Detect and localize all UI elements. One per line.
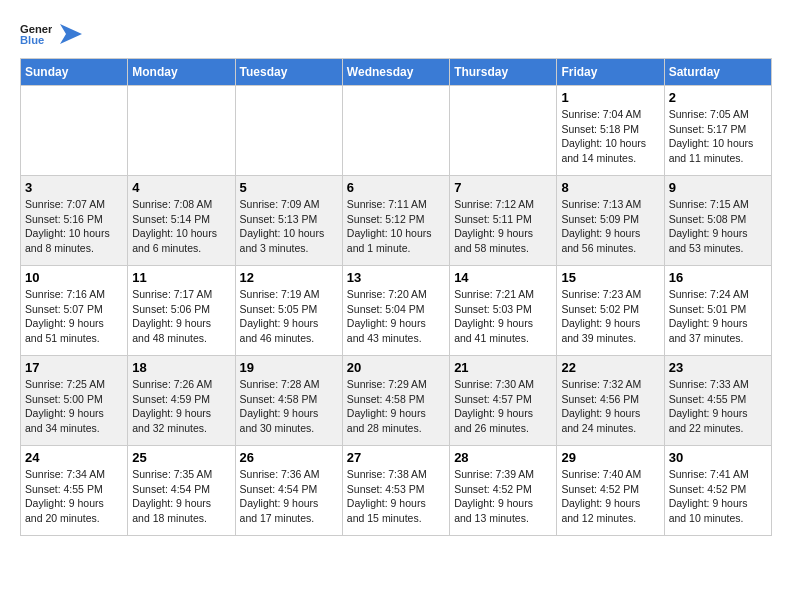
weekday-header: Wednesday: [342, 59, 449, 86]
day-info: Sunrise: 7:33 AM Sunset: 4:55 PM Dayligh…: [669, 377, 767, 436]
calendar-cell: 23Sunrise: 7:33 AM Sunset: 4:55 PM Dayli…: [664, 356, 771, 446]
day-number: 9: [669, 180, 767, 195]
day-info: Sunrise: 7:39 AM Sunset: 4:52 PM Dayligh…: [454, 467, 552, 526]
calendar-cell: 21Sunrise: 7:30 AM Sunset: 4:57 PM Dayli…: [450, 356, 557, 446]
day-number: 2: [669, 90, 767, 105]
calendar-cell: 4Sunrise: 7:08 AM Sunset: 5:14 PM Daylig…: [128, 176, 235, 266]
day-info: Sunrise: 7:21 AM Sunset: 5:03 PM Dayligh…: [454, 287, 552, 346]
calendar-cell: 15Sunrise: 7:23 AM Sunset: 5:02 PM Dayli…: [557, 266, 664, 356]
svg-text:General: General: [20, 23, 52, 35]
day-number: 25: [132, 450, 230, 465]
calendar-cell: 12Sunrise: 7:19 AM Sunset: 5:05 PM Dayli…: [235, 266, 342, 356]
day-info: Sunrise: 7:30 AM Sunset: 4:57 PM Dayligh…: [454, 377, 552, 436]
calendar-cell: 11Sunrise: 7:17 AM Sunset: 5:06 PM Dayli…: [128, 266, 235, 356]
weekday-header: Thursday: [450, 59, 557, 86]
day-number: 7: [454, 180, 552, 195]
calendar-cell: 5Sunrise: 7:09 AM Sunset: 5:13 PM Daylig…: [235, 176, 342, 266]
calendar-cell: 24Sunrise: 7:34 AM Sunset: 4:55 PM Dayli…: [21, 446, 128, 536]
calendar-cell: 20Sunrise: 7:29 AM Sunset: 4:58 PM Dayli…: [342, 356, 449, 446]
page-header: General Blue: [20, 20, 772, 48]
calendar-table: SundayMondayTuesdayWednesdayThursdayFrid…: [20, 58, 772, 536]
day-info: Sunrise: 7:15 AM Sunset: 5:08 PM Dayligh…: [669, 197, 767, 256]
day-number: 26: [240, 450, 338, 465]
day-info: Sunrise: 7:05 AM Sunset: 5:17 PM Dayligh…: [669, 107, 767, 166]
day-info: Sunrise: 7:40 AM Sunset: 4:52 PM Dayligh…: [561, 467, 659, 526]
calendar-cell: 13Sunrise: 7:20 AM Sunset: 5:04 PM Dayli…: [342, 266, 449, 356]
day-info: Sunrise: 7:24 AM Sunset: 5:01 PM Dayligh…: [669, 287, 767, 346]
weekday-header: Sunday: [21, 59, 128, 86]
calendar-cell: 14Sunrise: 7:21 AM Sunset: 5:03 PM Dayli…: [450, 266, 557, 356]
calendar-cell: 9Sunrise: 7:15 AM Sunset: 5:08 PM Daylig…: [664, 176, 771, 266]
calendar-cell: 25Sunrise: 7:35 AM Sunset: 4:54 PM Dayli…: [128, 446, 235, 536]
day-info: Sunrise: 7:34 AM Sunset: 4:55 PM Dayligh…: [25, 467, 123, 526]
day-number: 21: [454, 360, 552, 375]
calendar-cell: 8Sunrise: 7:13 AM Sunset: 5:09 PM Daylig…: [557, 176, 664, 266]
day-number: 8: [561, 180, 659, 195]
day-number: 28: [454, 450, 552, 465]
calendar-week-row: 1Sunrise: 7:04 AM Sunset: 5:18 PM Daylig…: [21, 86, 772, 176]
calendar-cell: [235, 86, 342, 176]
day-info: Sunrise: 7:12 AM Sunset: 5:11 PM Dayligh…: [454, 197, 552, 256]
svg-text:Blue: Blue: [20, 34, 44, 46]
calendar-cell: [450, 86, 557, 176]
day-number: 4: [132, 180, 230, 195]
calendar-week-row: 3Sunrise: 7:07 AM Sunset: 5:16 PM Daylig…: [21, 176, 772, 266]
day-number: 24: [25, 450, 123, 465]
day-info: Sunrise: 7:25 AM Sunset: 5:00 PM Dayligh…: [25, 377, 123, 436]
calendar-cell: [128, 86, 235, 176]
day-info: Sunrise: 7:17 AM Sunset: 5:06 PM Dayligh…: [132, 287, 230, 346]
day-number: 6: [347, 180, 445, 195]
calendar-cell: 7Sunrise: 7:12 AM Sunset: 5:11 PM Daylig…: [450, 176, 557, 266]
calendar-cell: 3Sunrise: 7:07 AM Sunset: 5:16 PM Daylig…: [21, 176, 128, 266]
calendar-week-row: 10Sunrise: 7:16 AM Sunset: 5:07 PM Dayli…: [21, 266, 772, 356]
day-number: 19: [240, 360, 338, 375]
day-number: 27: [347, 450, 445, 465]
calendar-week-row: 24Sunrise: 7:34 AM Sunset: 4:55 PM Dayli…: [21, 446, 772, 536]
day-info: Sunrise: 7:28 AM Sunset: 4:58 PM Dayligh…: [240, 377, 338, 436]
calendar-cell: 26Sunrise: 7:36 AM Sunset: 4:54 PM Dayli…: [235, 446, 342, 536]
day-number: 16: [669, 270, 767, 285]
logo-arrow-icon: [60, 24, 82, 44]
day-info: Sunrise: 7:29 AM Sunset: 4:58 PM Dayligh…: [347, 377, 445, 436]
day-info: Sunrise: 7:19 AM Sunset: 5:05 PM Dayligh…: [240, 287, 338, 346]
day-info: Sunrise: 7:38 AM Sunset: 4:53 PM Dayligh…: [347, 467, 445, 526]
day-info: Sunrise: 7:36 AM Sunset: 4:54 PM Dayligh…: [240, 467, 338, 526]
day-info: Sunrise: 7:23 AM Sunset: 5:02 PM Dayligh…: [561, 287, 659, 346]
day-info: Sunrise: 7:08 AM Sunset: 5:14 PM Dayligh…: [132, 197, 230, 256]
calendar-header-row: SundayMondayTuesdayWednesdayThursdayFrid…: [21, 59, 772, 86]
day-info: Sunrise: 7:35 AM Sunset: 4:54 PM Dayligh…: [132, 467, 230, 526]
logo: General Blue: [20, 20, 82, 48]
weekday-header: Saturday: [664, 59, 771, 86]
calendar-cell: 16Sunrise: 7:24 AM Sunset: 5:01 PM Dayli…: [664, 266, 771, 356]
day-number: 29: [561, 450, 659, 465]
day-number: 30: [669, 450, 767, 465]
day-info: Sunrise: 7:04 AM Sunset: 5:18 PM Dayligh…: [561, 107, 659, 166]
calendar-cell: 28Sunrise: 7:39 AM Sunset: 4:52 PM Dayli…: [450, 446, 557, 536]
weekday-header: Monday: [128, 59, 235, 86]
day-number: 10: [25, 270, 123, 285]
day-number: 14: [454, 270, 552, 285]
day-number: 3: [25, 180, 123, 195]
day-number: 18: [132, 360, 230, 375]
logo-icon: General Blue: [20, 20, 52, 48]
day-info: Sunrise: 7:32 AM Sunset: 4:56 PM Dayligh…: [561, 377, 659, 436]
day-number: 20: [347, 360, 445, 375]
weekday-header: Friday: [557, 59, 664, 86]
day-number: 5: [240, 180, 338, 195]
day-number: 12: [240, 270, 338, 285]
calendar-cell: [21, 86, 128, 176]
day-info: Sunrise: 7:13 AM Sunset: 5:09 PM Dayligh…: [561, 197, 659, 256]
calendar-cell: 18Sunrise: 7:26 AM Sunset: 4:59 PM Dayli…: [128, 356, 235, 446]
day-number: 17: [25, 360, 123, 375]
day-info: Sunrise: 7:16 AM Sunset: 5:07 PM Dayligh…: [25, 287, 123, 346]
calendar-cell: 17Sunrise: 7:25 AM Sunset: 5:00 PM Dayli…: [21, 356, 128, 446]
calendar-cell: 19Sunrise: 7:28 AM Sunset: 4:58 PM Dayli…: [235, 356, 342, 446]
day-info: Sunrise: 7:09 AM Sunset: 5:13 PM Dayligh…: [240, 197, 338, 256]
calendar-cell: 10Sunrise: 7:16 AM Sunset: 5:07 PM Dayli…: [21, 266, 128, 356]
calendar-cell: 1Sunrise: 7:04 AM Sunset: 5:18 PM Daylig…: [557, 86, 664, 176]
day-info: Sunrise: 7:20 AM Sunset: 5:04 PM Dayligh…: [347, 287, 445, 346]
day-number: 1: [561, 90, 659, 105]
calendar-cell: 30Sunrise: 7:41 AM Sunset: 4:52 PM Dayli…: [664, 446, 771, 536]
calendar-cell: 6Sunrise: 7:11 AM Sunset: 5:12 PM Daylig…: [342, 176, 449, 266]
day-info: Sunrise: 7:41 AM Sunset: 4:52 PM Dayligh…: [669, 467, 767, 526]
